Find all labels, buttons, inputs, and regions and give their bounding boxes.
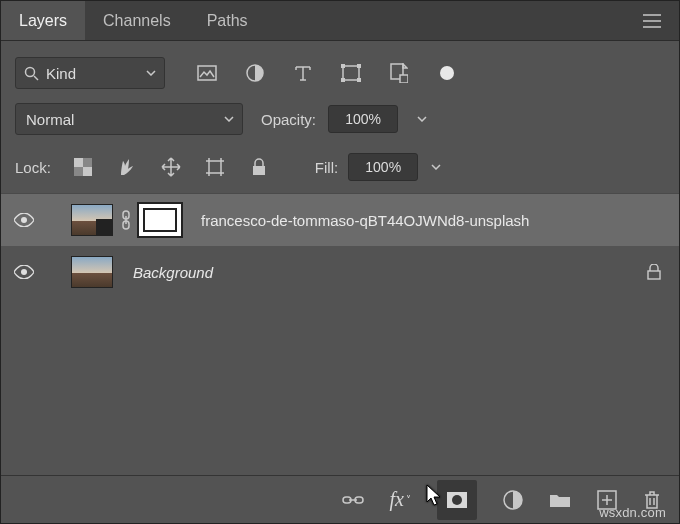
layer-row[interactable]: ▣ francesco-de-tommaso-qBT44OJWNd8-unspl… xyxy=(1,194,679,246)
svg-rect-7 xyxy=(357,78,361,82)
svg-point-0 xyxy=(25,67,34,76)
new-group-button[interactable] xyxy=(549,492,571,508)
filter-pixel-icon[interactable] xyxy=(191,57,223,89)
layer-name[interactable]: Background xyxy=(133,264,631,281)
filter-toggle[interactable] xyxy=(431,57,463,89)
fill-stepper[interactable] xyxy=(424,153,448,181)
svg-rect-21 xyxy=(648,271,660,279)
filter-kind-label: Kind xyxy=(46,65,138,82)
svg-point-17 xyxy=(21,217,27,223)
layer-name[interactable]: francesco-de-tommaso-qBT44OJWNd8-unsplas… xyxy=(201,212,667,229)
svg-rect-13 xyxy=(83,158,92,167)
fill-label: Fill: xyxy=(315,159,338,176)
svg-rect-14 xyxy=(74,167,83,176)
bottom-toolbar: fx˅ xyxy=(1,475,679,523)
svg-point-20 xyxy=(21,269,27,275)
tab-paths[interactable]: Paths xyxy=(189,1,266,40)
lock-position-button[interactable] xyxy=(155,151,187,183)
link-layers-button[interactable] xyxy=(342,493,364,507)
lock-label: Lock: xyxy=(15,159,51,176)
lock-all-button[interactable] xyxy=(243,151,275,183)
new-adjustment-layer-button[interactable] xyxy=(503,490,523,510)
blend-row: Normal Opacity: 100% xyxy=(1,97,679,143)
svg-rect-4 xyxy=(341,64,345,68)
svg-rect-3 xyxy=(343,66,359,80)
lock-transparency-button[interactable] xyxy=(67,151,99,183)
blend-mode-value: Normal xyxy=(16,111,216,128)
layers-panel: Layers Channels Paths Kind xyxy=(0,0,680,524)
opacity-stepper[interactable] xyxy=(410,105,434,133)
opacity-input[interactable]: 100% xyxy=(328,105,398,133)
lock-row: Lock: Fill: 100% xyxy=(1,143,679,194)
filter-adjustment-icon[interactable] xyxy=(239,57,271,89)
visibility-toggle[interactable] xyxy=(13,265,35,279)
smart-object-badge: ▣ xyxy=(97,220,111,234)
tab-layers[interactable]: Layers xyxy=(1,1,85,40)
chevron-down-icon xyxy=(138,70,164,76)
svg-rect-6 xyxy=(341,78,345,82)
layer-style-button[interactable]: fx˅ xyxy=(390,488,411,511)
svg-rect-11 xyxy=(74,158,83,167)
lock-icon xyxy=(641,264,667,280)
svg-rect-15 xyxy=(209,161,221,173)
layer-row[interactable]: Background xyxy=(1,246,679,298)
fill-input[interactable]: 100% xyxy=(348,153,418,181)
svg-rect-1 xyxy=(198,66,216,80)
panel-tabs: Layers Channels Paths xyxy=(1,1,679,41)
tab-channels[interactable]: Channels xyxy=(85,1,189,40)
filter-kind-select[interactable]: Kind xyxy=(15,57,165,89)
blend-mode-select[interactable]: Normal xyxy=(15,103,243,135)
link-icon[interactable] xyxy=(117,210,135,230)
watermark: wsxdn.com xyxy=(599,505,666,520)
search-icon xyxy=(16,66,46,81)
visibility-toggle[interactable] xyxy=(13,213,35,227)
svg-rect-12 xyxy=(83,167,92,176)
filter-type-icon[interactable] xyxy=(287,57,319,89)
filter-smartobject-icon[interactable] xyxy=(383,57,415,89)
opacity-label: Opacity: xyxy=(261,111,316,128)
layer-mask-thumbnail[interactable] xyxy=(139,204,181,236)
add-mask-button[interactable] xyxy=(437,480,477,520)
panel-menu-button[interactable] xyxy=(625,1,679,40)
filter-shape-icon[interactable] xyxy=(335,57,367,89)
svg-point-25 xyxy=(452,495,462,505)
lock-image-button[interactable] xyxy=(111,151,143,183)
chevron-down-icon xyxy=(216,116,242,122)
layer-thumbnail[interactable]: ▣ xyxy=(71,204,113,236)
svg-rect-5 xyxy=(357,64,361,68)
svg-rect-16 xyxy=(253,166,265,175)
filter-row: Kind xyxy=(1,41,679,97)
layers-list: ▣ francesco-de-tommaso-qBT44OJWNd8-unspl… xyxy=(1,194,679,475)
lock-artboard-button[interactable] xyxy=(199,151,231,183)
svg-rect-9 xyxy=(400,75,408,83)
layer-thumbnail[interactable] xyxy=(71,256,113,288)
